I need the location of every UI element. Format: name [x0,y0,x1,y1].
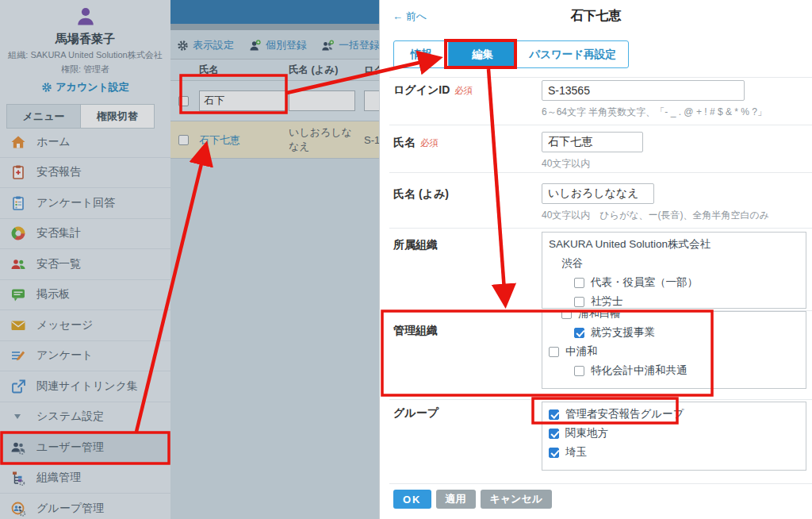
org-tree-item: 渋谷 [542,254,806,273]
admin-org-checkbox[interactable] [561,311,572,319]
group-checkbox[interactable] [549,409,559,420]
org-tree-item: SAKURA United Solution株式会社 [542,235,806,254]
org-tree-item: 社労士 [542,292,806,309]
name-label: 氏名必須 [393,136,439,150]
divider [389,399,812,400]
org-checkbox[interactable] [574,278,584,288]
login-id-hint: 6～64文字 半角英数文字、「- _ . @ + ! # $ & * % ?」 [542,106,767,119]
tab-password-reset[interactable]: パスワード再設定 [516,41,628,67]
page-title: 石下七恵 [380,8,812,25]
yomi-label: 氏名 (よみ) [393,187,449,202]
admin-org-checkbox[interactable] [574,366,584,376]
org-tree-item: 代表・役員室（一部） [542,273,806,292]
cancel-button[interactable]: キャンセル [481,490,553,509]
group-label: グループ [393,406,439,421]
name-input[interactable] [542,132,643,152]
apply-button[interactable]: 適用 [436,490,476,509]
org-checkbox[interactable] [574,297,584,307]
name-hint: 40文字以内 [542,157,590,171]
ok-button[interactable]: OK [393,490,431,509]
divider [389,228,812,229]
user-detail-panel: ← 前へ 石下七恵 情報 編集 パスワード再設定 ログインID必須 6～64文字… [379,0,812,519]
tab-edit[interactable]: 編集 [448,41,516,67]
modal-dim-overlay [0,0,379,519]
yomi-input[interactable] [542,183,654,204]
group-tree-item: 管理者安否報告グループ [542,405,806,424]
admin-org-tree-item: 就労支援事業 [542,323,806,342]
detail-tab-group: 情報 編集 パスワード再設定 [393,40,629,68]
admin-org-tree-item: 特化会計中浦和共通 [542,361,806,380]
group-tree-item: 関東地方 [542,424,806,443]
admin-org-label: 管理組織 [393,324,438,338]
divider [389,172,812,173]
group-tree-box: 管理者安否報告グループ 関東地方 埼玉 [542,402,806,471]
form-button-row: OK 適用 キャンセル [393,490,552,509]
admin-org-tree-item: 中浦和 [542,342,806,361]
admin-org-tree-item: 浦和白幡 [542,311,806,323]
login-id-label: ログインID必須 [393,83,473,98]
divider [389,77,812,78]
divider [389,483,812,484]
group-checkbox[interactable] [549,429,559,439]
group-tree-item: 埼玉 [542,443,806,462]
admin-org-checkbox[interactable] [574,328,584,338]
divider [389,125,812,125]
required-badge: 必須 [454,86,473,95]
login-id-input[interactable] [542,80,745,101]
org-tree-box: SAKURA United Solution株式会社 渋谷 代表・役員室（一部）… [542,232,806,309]
tab-info[interactable]: 情報 [394,41,448,67]
group-checkbox[interactable] [549,448,559,458]
required-badge: 必須 [420,138,439,148]
org-label: 所属組織 [393,238,438,252]
admin-org-tree-box: 浦和白幡 就労支援事業 中浦和 特化会計中浦和共通 [542,311,806,389]
yomi-hint: 40文字以内 ひらがな、ー(長音)、全角半角空白のみ [542,209,769,222]
admin-org-checkbox[interactable] [549,347,559,357]
